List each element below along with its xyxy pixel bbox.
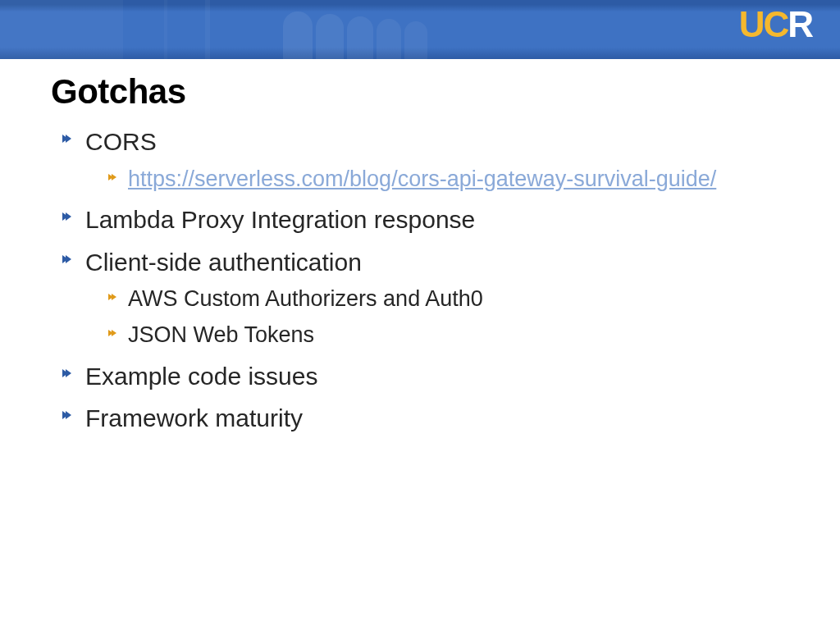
logo-uc: UC bbox=[739, 4, 788, 44]
bullet-text: Framework maturity bbox=[85, 404, 303, 431]
bullet-text: Example code issues bbox=[85, 363, 317, 390]
svg-rect-0 bbox=[0, 0, 123, 59]
header-banner: UCR bbox=[0, 0, 840, 59]
svg-rect-1 bbox=[205, 0, 210, 59]
bullet-list: CORS https://serverless.com/blog/cors-ap… bbox=[51, 126, 789, 434]
sub-bullet-text: JSON Web Tokens bbox=[128, 322, 314, 347]
sub-bullet-item: JSON Web Tokens bbox=[108, 322, 789, 349]
sub-bullet-list: https://serverless.com/blog/cors-api-gat… bbox=[85, 166, 789, 194]
bullet-item: Framework maturity bbox=[62, 403, 789, 434]
bullet-item: Lambda Proxy Integration response bbox=[62, 204, 789, 235]
bullet-text: CORS bbox=[85, 128, 157, 155]
svg-rect-2 bbox=[164, 0, 167, 59]
ucr-logo: UCR bbox=[739, 7, 812, 43]
bullet-item: Client-side authentication AWS Custom Au… bbox=[62, 247, 789, 349]
bullet-text: Lambda Proxy Integration response bbox=[85, 206, 475, 233]
sub-bullet-item: AWS Custom Authorizers and Auth0 bbox=[108, 285, 789, 313]
slide-content: Gotchas CORS https://serverless.com/blog… bbox=[0, 59, 840, 434]
slide-title: Gotchas bbox=[51, 72, 789, 112]
cors-link[interactable]: https://serverless.com/blog/cors-api-gat… bbox=[128, 167, 716, 191]
sub-bullet-item: https://serverless.com/blog/cors-api-gat… bbox=[108, 166, 789, 194]
bullet-item: Example code issues bbox=[62, 361, 789, 392]
sub-bullet-text: AWS Custom Authorizers and Auth0 bbox=[128, 286, 483, 311]
banner-arches-graphic bbox=[0, 0, 459, 59]
logo-r: R bbox=[788, 7, 812, 43]
sub-bullet-list: AWS Custom Authorizers and Auth0 JSON We… bbox=[85, 285, 789, 349]
bullet-item: CORS https://serverless.com/blog/cors-ap… bbox=[62, 126, 789, 193]
bullet-text: Client-side authentication bbox=[85, 249, 362, 276]
